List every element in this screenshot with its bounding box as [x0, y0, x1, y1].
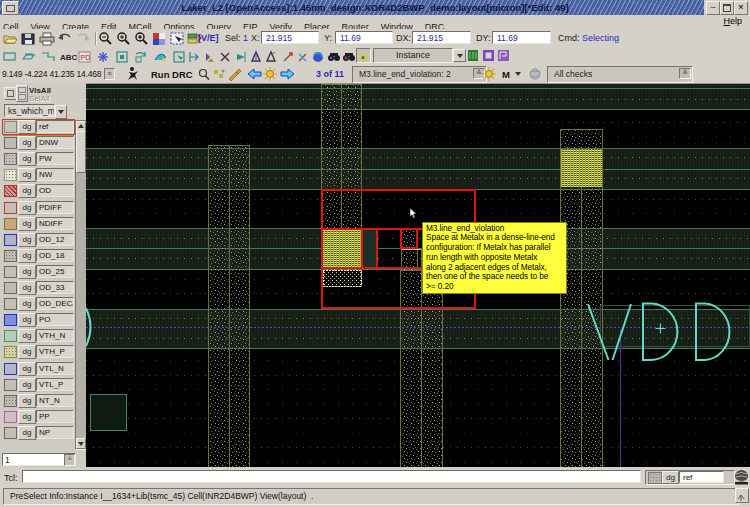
svg-text:Run DRC: Run DRC [151, 69, 193, 80]
svg-text:ABC: ABC [60, 53, 78, 62]
svg-text:M: M [502, 69, 510, 80]
svg-text:PD: PD [81, 54, 91, 61]
